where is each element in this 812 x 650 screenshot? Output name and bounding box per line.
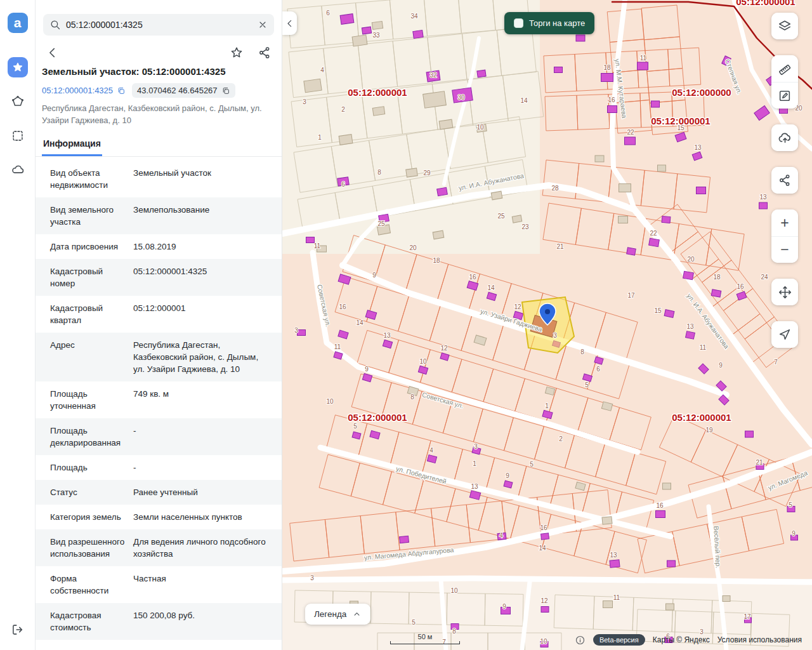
pan-button[interactable] <box>771 279 798 305</box>
clear-search-icon[interactable] <box>258 20 268 30</box>
scale-label: 50 м <box>390 633 460 640</box>
collapse-panel-button[interactable] <box>282 11 297 35</box>
sidebar-item-select-area[interactable] <box>8 126 28 146</box>
back-button[interactable] <box>46 46 60 60</box>
tab-information[interactable]: Информация <box>42 135 102 156</box>
info-label: Вид разрешенного использования <box>50 536 125 560</box>
cloud-icon <box>11 163 25 177</box>
zoom-out-button[interactable]: − <box>771 236 798 263</box>
exit-icon <box>11 623 25 637</box>
copy-icon[interactable] <box>221 86 230 95</box>
building <box>619 184 631 192</box>
map-share-button[interactable] <box>771 167 798 194</box>
parcel-number: 20 <box>687 256 695 263</box>
auctions-toggle-label: Торги на карте <box>529 18 585 28</box>
building <box>619 216 628 223</box>
zoom-in-button[interactable]: + <box>771 209 798 236</box>
sidebar-item-layers-cloud[interactable] <box>8 160 28 180</box>
building <box>656 511 665 518</box>
parcel-number: 16 <box>339 303 346 310</box>
app-logo-letter: a <box>14 15 22 30</box>
info-row: Дата присвоения15.08.2019 <box>36 234 282 259</box>
parcel-number: 29 <box>423 169 431 176</box>
parcel-number: 11 <box>613 594 620 601</box>
parcel-number: 11 <box>334 343 341 350</box>
parcel-number: 22 <box>650 230 657 237</box>
sidebar-item-favorites[interactable] <box>8 57 28 77</box>
search-input[interactable] <box>66 20 252 30</box>
panel-actions <box>36 38 282 65</box>
parcel-number: 24 <box>761 274 768 281</box>
building <box>298 330 306 336</box>
building <box>304 79 322 92</box>
info-label: Категория земель <box>50 511 125 523</box>
info-table: Вид объекта недвижимостиЗемельный участо… <box>36 157 282 650</box>
building <box>711 289 721 297</box>
info-row: Кадастровая стоимость150 200,08 руб. <box>36 603 282 640</box>
auctions-checkbox[interactable] <box>514 18 523 28</box>
parcel-number: 6 <box>596 366 600 373</box>
quarter-label: 05:12:000001 <box>651 116 710 126</box>
info-value: 749 кв. м <box>133 388 272 412</box>
measure-button[interactable] <box>771 55 798 82</box>
layers-button[interactable] <box>771 13 798 39</box>
parcel-number: 9 <box>365 366 369 373</box>
building <box>664 310 674 318</box>
building <box>433 230 444 239</box>
info-row: Вид разрешенного использованияДля ведени… <box>36 529 282 566</box>
upload-button[interactable] <box>771 124 798 151</box>
chips-row: 05:12:000001:4325 43.070462 46.645267 <box>36 77 282 100</box>
parcel-number: 8 <box>580 348 584 355</box>
parcel-number: 25 <box>497 213 505 220</box>
quarter-label: 05:12:000000 <box>672 87 731 98</box>
parcel-number: 18 <box>433 257 440 264</box>
copy-icon[interactable] <box>117 86 126 95</box>
info-row: Кадастровый номер05:12:000001:4325 <box>36 259 282 296</box>
info-value: - <box>133 425 272 449</box>
parcel-number: 16 <box>608 96 615 103</box>
building <box>625 137 636 145</box>
app-logo[interactable]: a <box>8 13 28 33</box>
terms-link[interactable]: Условия использования <box>717 635 802 644</box>
edit-button[interactable] <box>771 82 798 109</box>
parcel-number: 20 <box>409 244 417 251</box>
map-area[interactable]: 6343332304321101468292523251120181811162… <box>282 0 812 650</box>
parcel-number: 14 <box>539 545 546 552</box>
legend-button[interactable]: Легенда <box>305 604 370 625</box>
cadastral-number-chip[interactable]: 05:12:000001:4325 <box>42 86 126 95</box>
parcel-number: 10 <box>326 398 334 405</box>
object-address: Республика Дагестан, Казбековский район,… <box>36 100 282 127</box>
locate-button[interactable] <box>771 321 798 348</box>
parcel-number: 9 <box>372 272 376 279</box>
parcel-number: 6 <box>326 10 330 17</box>
info-label: Кадастровая стоимость <box>50 609 125 633</box>
map-attribution[interactable]: Карты © Яндекс <box>653 635 710 644</box>
search-bar <box>43 14 274 36</box>
info-icon[interactable] <box>575 635 586 646</box>
sidebar-item-measure[interactable] <box>8 91 28 112</box>
parcel-number: 5 <box>412 619 416 626</box>
parcel-number: 9 <box>719 362 723 369</box>
logout-button[interactable] <box>8 620 28 640</box>
parcel-number: 3 <box>303 98 306 105</box>
cadastral-number-text: 05:12:000001:4325 <box>42 86 113 95</box>
map-canvas[interactable]: 6343332304321101468292523251120181811162… <box>282 0 812 650</box>
parcel-number: 33 <box>372 32 380 39</box>
building <box>627 248 636 255</box>
parcel-number: 6 <box>341 181 345 188</box>
favorite-button[interactable] <box>230 46 244 60</box>
share-icon <box>258 46 272 60</box>
info-value: 05:12:000001:4325 <box>133 265 272 289</box>
parcel-number: 10 <box>419 358 427 365</box>
auctions-toggle[interactable]: Торги на карте <box>504 12 594 34</box>
parcel-number: 9 <box>792 530 796 537</box>
info-label: Адрес <box>50 339 125 375</box>
parcel-number: 3 <box>310 574 314 581</box>
parcel-number: 11 <box>314 242 321 249</box>
quarter-label: 05:12:000001 <box>348 412 407 423</box>
coordinates-chip[interactable]: 43.070462 46.645267 <box>132 83 235 98</box>
building <box>759 202 768 209</box>
share-button[interactable] <box>258 46 272 60</box>
info-row: АдресРеспублика Дагестан, Казбековский р… <box>36 333 282 381</box>
parcel-number: 4 <box>429 447 433 454</box>
